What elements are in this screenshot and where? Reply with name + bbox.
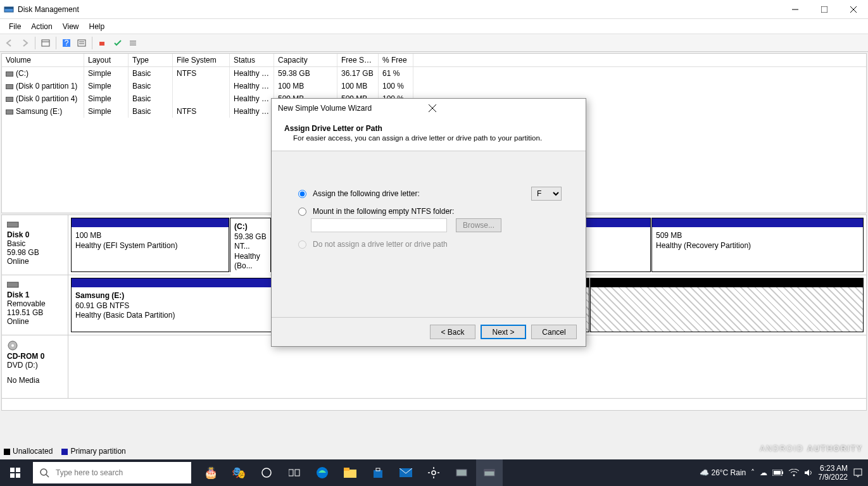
- search-box[interactable]: Type here to search: [33, 462, 191, 483]
- next-button[interactable]: Next >: [481, 325, 526, 339]
- menu-view[interactable]: View: [58, 20, 84, 33]
- svg-point-38: [432, 471, 436, 475]
- weather-widget[interactable]: ☁️ 26°C Rain: [700, 468, 746, 477]
- taskbar-diskmgmt-icon[interactable]: [476, 459, 503, 486]
- svg-rect-3: [821, 6, 827, 13]
- svg-rect-43: [456, 470, 467, 476]
- menubar: File Action View Help: [0, 19, 868, 34]
- svg-rect-47: [782, 471, 783, 474]
- disk-label: Disk 1 Removable 119.51 GB Online: [2, 275, 68, 335]
- partition[interactable]: (C:)59.38 GB NT...Healthy (Bo...: [230, 218, 271, 272]
- svg-rect-23: [10, 468, 15, 472]
- menu-action[interactable]: Action: [26, 20, 57, 33]
- minimize-button[interactable]: [781, 0, 810, 19]
- dialog-title: New Simple Volume Wizard: [278, 104, 429, 113]
- svg-rect-34: [344, 468, 349, 471]
- forward-icon[interactable]: [18, 36, 32, 50]
- disk-label: CD-ROM 0 DVD (D:) No Media: [2, 335, 68, 398]
- svg-rect-26: [16, 473, 20, 478]
- taskbar-edge-icon[interactable]: [309, 459, 336, 486]
- list-icon[interactable]: [126, 36, 140, 50]
- option-assign-letter[interactable]: Assign the following drive letter: F: [298, 187, 567, 201]
- back-icon[interactable]: [3, 36, 16, 50]
- svg-rect-24: [16, 468, 20, 472]
- svg-rect-18: [7, 282, 18, 287]
- svg-point-29: [262, 468, 271, 477]
- menu-file[interactable]: File: [4, 20, 26, 33]
- back-button[interactable]: < Back: [430, 325, 475, 339]
- svg-rect-45: [484, 470, 494, 471]
- titlebar: Disk Management: [0, 0, 868, 19]
- svg-rect-35: [374, 470, 382, 478]
- system-tray: ☁️ 26°C Rain ˄ ☁ 6:23 AM 7/9/2022: [695, 464, 868, 482]
- svg-rect-10: [78, 40, 85, 46]
- dialog-header: Assign Drive Letter or Path For easier a…: [272, 118, 586, 151]
- taskbar-explorer-icon[interactable]: [337, 459, 363, 486]
- tray-wifi-icon[interactable]: [789, 469, 799, 477]
- svg-rect-50: [854, 469, 862, 475]
- taskbar-store-icon[interactable]: [365, 459, 391, 486]
- table-row[interactable]: (C:)SimpleBasicNTFSHealthy (B...59.38 GB…: [2, 67, 866, 80]
- tray-clock[interactable]: 6:23 AM 7/9/2022: [818, 464, 848, 482]
- start-button[interactable]: [0, 459, 30, 486]
- tray-chevron-icon[interactable]: ˄: [751, 468, 755, 477]
- dialog-close-icon[interactable]: [429, 104, 579, 112]
- option-mount-folder[interactable]: Mount in the following empty NTFS folder…: [298, 207, 567, 216]
- action-icon[interactable]: [96, 36, 110, 50]
- taskbar-widgets-icon[interactable]: 🎂: [198, 459, 224, 486]
- cancel-button[interactable]: Cancel: [531, 325, 577, 339]
- help-icon[interactable]: ?: [60, 36, 73, 50]
- col-type[interactable]: Type: [129, 54, 173, 66]
- svg-rect-1: [4, 7, 13, 9]
- taskbar-emoji-icon[interactable]: 🎭: [225, 459, 252, 486]
- partition[interactable]: 509 MBHealthy (Recovery Partition): [651, 218, 864, 272]
- menu-help[interactable]: Help: [84, 20, 110, 33]
- tray-notifications-icon[interactable]: [853, 468, 863, 478]
- col-fs[interactable]: File System: [173, 54, 230, 66]
- taskbar-cortana-icon[interactable]: [253, 459, 280, 486]
- col-status[interactable]: Status: [230, 54, 274, 66]
- partition[interactable]: Samsung (E:)60.91 GB NTFSHealthy (Basic …: [71, 278, 272, 332]
- wizard-dialog: New Simple Volume Wizard Assign Drive Le…: [271, 98, 586, 347]
- svg-rect-17: [7, 222, 18, 227]
- close-button[interactable]: [839, 0, 868, 19]
- radio-no-assign: [298, 240, 306, 249]
- check-icon[interactable]: [111, 36, 125, 50]
- partition[interactable]: 100 MBHealthy (EFI System Partition): [71, 218, 229, 272]
- disk-label: Disk 0 Basic 59.98 GB Online: [2, 215, 68, 275]
- watermark: ANDROID AUTHORITY: [760, 441, 863, 454]
- col-free[interactable]: Free Spa...: [337, 54, 379, 66]
- col-volume[interactable]: Volume: [2, 54, 84, 66]
- radio-assign-letter[interactable]: [298, 190, 306, 198]
- properties-icon[interactable]: [75, 36, 89, 50]
- taskbar-mail-icon[interactable]: [393, 459, 419, 486]
- col-layout[interactable]: Layout: [84, 54, 129, 66]
- partition-unallocated[interactable]: [590, 278, 864, 332]
- tray-volume-icon[interactable]: [804, 468, 813, 477]
- window-title: Disk Management: [18, 5, 781, 14]
- option-no-assign[interactable]: Do not assign a drive letter or drive pa…: [298, 240, 567, 249]
- taskbar: Type here to search 🎂 🎭 ☁️ 26°C Rain ˄ ☁…: [0, 459, 868, 486]
- table-row[interactable]: (Disk 0 partition 1)SimpleBasicHealthy (…: [2, 80, 866, 92]
- search-placeholder: Type here to search: [56, 468, 123, 477]
- mount-path-input: [311, 218, 447, 232]
- drive-letter-select[interactable]: F: [531, 187, 562, 201]
- col-capacity[interactable]: Capacity: [274, 54, 337, 66]
- tray-battery-icon[interactable]: [772, 470, 784, 476]
- svg-rect-25: [10, 473, 15, 478]
- taskbar-app-icon[interactable]: [448, 459, 475, 486]
- svg-rect-31: [295, 470, 299, 476]
- svg-point-20: [11, 344, 14, 347]
- app-icon: [4, 4, 14, 15]
- toolbar: ?: [0, 34, 868, 52]
- maximize-button[interactable]: [810, 0, 839, 19]
- tray-onedrive-icon[interactable]: ☁: [760, 468, 767, 477]
- taskbar-settings-icon[interactable]: [420, 459, 447, 486]
- svg-line-28: [46, 475, 49, 477]
- legend: Unallocated Primary partition: [4, 447, 126, 456]
- taskbar-taskview-icon[interactable]: [281, 459, 308, 486]
- col-pct[interactable]: % Free: [379, 54, 413, 66]
- view-icon[interactable]: [39, 36, 53, 50]
- radio-mount-folder[interactable]: [298, 208, 306, 216]
- browse-button: Browse...: [456, 218, 501, 232]
